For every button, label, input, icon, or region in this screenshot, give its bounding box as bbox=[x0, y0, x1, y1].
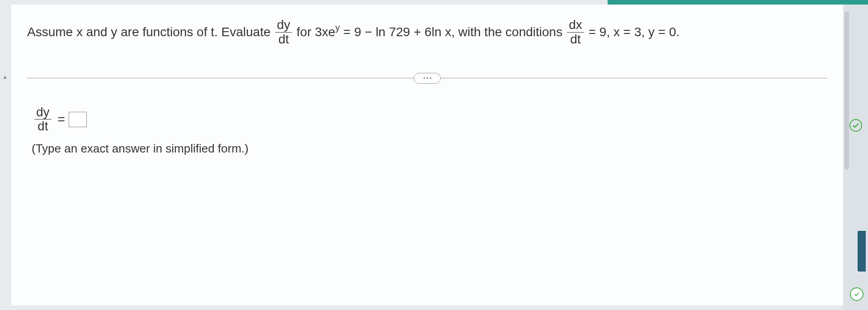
answer-instruction: (Type an exact answer in simplified form… bbox=[32, 142, 827, 156]
collapse-left-icon[interactable]: ▲ bbox=[1, 72, 9, 81]
divider-line-right bbox=[427, 78, 827, 78]
side-tab[interactable] bbox=[858, 231, 866, 272]
check-icon[interactable] bbox=[850, 287, 863, 301]
section-divider bbox=[27, 74, 827, 83]
dot-icon bbox=[427, 77, 428, 79]
denominator: dt bbox=[36, 119, 50, 134]
dot-icon bbox=[430, 77, 431, 79]
check-icon[interactable] bbox=[848, 118, 863, 133]
answer-fraction: dy dt bbox=[34, 105, 52, 134]
right-sidebar bbox=[843, 5, 868, 310]
question-part2: for 3xey = 9 − ln 729 + 6ln x, with the … bbox=[297, 22, 562, 43]
question-text: Assume x and y are functions of t. Evalu… bbox=[27, 18, 827, 47]
answer-input[interactable] bbox=[69, 112, 87, 127]
question-part4: = 9, x = 3, y = 0. bbox=[589, 22, 680, 43]
question-part1: Assume x and y are functions of t. Evalu… bbox=[27, 22, 271, 43]
denominator: dt bbox=[568, 33, 582, 47]
expand-button[interactable] bbox=[414, 73, 441, 84]
fraction-dx-dt: dx dt bbox=[567, 18, 584, 47]
divider-line-left bbox=[27, 78, 427, 78]
numerator: dx bbox=[567, 18, 584, 33]
exponent-y: y bbox=[335, 23, 340, 33]
numerator: dy bbox=[275, 18, 292, 33]
answer-expression: dy dt = bbox=[32, 105, 827, 134]
question-panel: Assume x and y are functions of t. Evalu… bbox=[11, 5, 843, 305]
fraction-dy-dt: dy dt bbox=[275, 18, 292, 47]
scrollbar-thumb[interactable] bbox=[844, 11, 849, 170]
top-accent-bar bbox=[0, 0, 868, 5]
denominator: dt bbox=[277, 33, 291, 47]
dot-icon bbox=[424, 77, 425, 79]
numerator: dy bbox=[34, 105, 52, 120]
svg-point-0 bbox=[850, 119, 862, 131]
equals-sign: = bbox=[58, 112, 65, 127]
